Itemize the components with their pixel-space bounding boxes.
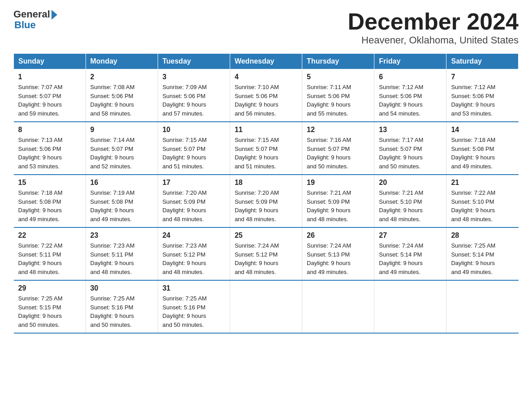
title-block: December 2024 Heavener, Oklahoma, United… xyxy=(348,9,519,46)
day-info: Sunrise: 7:18 AM Sunset: 5:08 PM Dayligh… xyxy=(451,136,514,171)
day-cell: 18 Sunrise: 7:20 AM Sunset: 5:09 PM Dayl… xyxy=(230,175,302,227)
sunrise-label: Sunrise: 7:25 AM xyxy=(163,295,207,302)
day-info: Sunrise: 7:21 AM Sunset: 5:09 PM Dayligh… xyxy=(307,188,369,223)
daylight-label: Daylight: 9 hours xyxy=(18,207,62,214)
daylight-minutes: and 56 minutes. xyxy=(235,110,276,117)
day-number: 2 xyxy=(90,73,153,81)
day-cell: 28 Sunrise: 7:25 AM Sunset: 5:14 PM Dayl… xyxy=(446,227,519,280)
day-number: 26 xyxy=(307,231,369,240)
day-cell: 27 Sunrise: 7:24 AM Sunset: 5:14 PM Dayl… xyxy=(374,227,446,280)
day-info: Sunrise: 7:23 AM Sunset: 5:12 PM Dayligh… xyxy=(163,241,225,276)
daylight-label: Daylight: 9 hours xyxy=(379,101,423,108)
day-info: Sunrise: 7:15 AM Sunset: 5:07 PM Dayligh… xyxy=(235,136,297,171)
sunset-label: Sunset: 5:07 PM xyxy=(235,146,278,152)
day-number: 28 xyxy=(451,231,514,240)
day-info: Sunrise: 7:25 AM Sunset: 5:16 PM Dayligh… xyxy=(90,294,153,329)
day-cell: 14 Sunrise: 7:18 AM Sunset: 5:08 PM Dayl… xyxy=(446,122,519,175)
daylight-minutes: and 48 minutes. xyxy=(451,216,493,223)
page-header: General Blue December 2024 Heavener, Okl… xyxy=(13,9,519,46)
day-number: 19 xyxy=(307,179,369,187)
logo: General Blue xyxy=(13,9,57,30)
day-number: 5 xyxy=(307,73,369,81)
day-info: Sunrise: 7:17 AM Sunset: 5:07 PM Dayligh… xyxy=(379,136,442,171)
daylight-label: Daylight: 9 hours xyxy=(235,101,279,108)
day-info: Sunrise: 7:08 AM Sunset: 5:06 PM Dayligh… xyxy=(90,83,153,118)
day-number: 17 xyxy=(163,179,225,187)
day-number: 14 xyxy=(451,126,514,134)
logo-general: General xyxy=(13,9,50,20)
sunset-label: Sunset: 5:07 PM xyxy=(163,146,206,152)
daylight-minutes: and 49 minutes. xyxy=(307,269,348,275)
daylight-label: Daylight: 9 hours xyxy=(451,207,495,214)
col-header-monday: Monday xyxy=(86,54,158,69)
daylight-label: Daylight: 9 hours xyxy=(307,207,351,214)
day-number: 24 xyxy=(163,231,225,240)
day-info: Sunrise: 7:25 AM Sunset: 5:16 PM Dayligh… xyxy=(163,294,225,329)
col-header-saturday: Saturday xyxy=(446,54,519,69)
sunset-label: Sunset: 5:15 PM xyxy=(18,304,61,311)
sunset-label: Sunset: 5:07 PM xyxy=(90,146,133,152)
daylight-minutes: and 48 minutes. xyxy=(235,269,276,275)
daylight-minutes: and 50 minutes. xyxy=(307,163,348,170)
day-number: 8 xyxy=(18,126,81,134)
daylight-label: Daylight: 9 hours xyxy=(90,313,134,319)
day-info: Sunrise: 7:12 AM Sunset: 5:06 PM Dayligh… xyxy=(451,83,514,118)
day-info: Sunrise: 7:24 AM Sunset: 5:13 PM Dayligh… xyxy=(307,241,369,276)
daylight-minutes: and 48 minutes. xyxy=(163,269,204,275)
sunset-label: Sunset: 5:09 PM xyxy=(307,198,350,205)
day-cell: 3 Sunrise: 7:09 AM Sunset: 5:06 PM Dayli… xyxy=(158,69,230,122)
day-info: Sunrise: 7:11 AM Sunset: 5:06 PM Dayligh… xyxy=(307,83,369,118)
day-number: 29 xyxy=(18,284,81,292)
day-cell: 8 Sunrise: 7:13 AM Sunset: 5:06 PM Dayli… xyxy=(14,122,86,175)
day-cell: 20 Sunrise: 7:21 AM Sunset: 5:10 PM Dayl… xyxy=(374,175,446,227)
day-cell: 6 Sunrise: 7:12 AM Sunset: 5:06 PM Dayli… xyxy=(374,69,446,122)
day-cell: 10 Sunrise: 7:15 AM Sunset: 5:07 PM Dayl… xyxy=(158,122,230,175)
day-cell xyxy=(302,280,374,333)
daylight-label: Daylight: 9 hours xyxy=(18,260,62,266)
col-header-tuesday: Tuesday xyxy=(158,54,230,69)
daylight-minutes: and 48 minutes. xyxy=(379,216,420,223)
sunrise-label: Sunrise: 7:08 AM xyxy=(90,84,135,90)
daylight-minutes: and 52 minutes. xyxy=(90,163,132,170)
day-cell xyxy=(230,280,302,333)
daylight-minutes: and 59 minutes. xyxy=(18,110,60,117)
day-number: 20 xyxy=(379,179,442,187)
daylight-label: Daylight: 9 hours xyxy=(379,260,423,266)
daylight-minutes: and 57 minutes. xyxy=(163,110,204,117)
day-cell: 21 Sunrise: 7:22 AM Sunset: 5:10 PM Dayl… xyxy=(446,175,519,227)
day-cell: 13 Sunrise: 7:17 AM Sunset: 5:07 PM Dayl… xyxy=(374,122,446,175)
sunrise-label: Sunrise: 7:21 AM xyxy=(379,189,423,196)
week-row-2: 8 Sunrise: 7:13 AM Sunset: 5:06 PM Dayli… xyxy=(14,122,519,175)
sunset-label: Sunset: 5:11 PM xyxy=(18,251,61,258)
day-info: Sunrise: 7:18 AM Sunset: 5:08 PM Dayligh… xyxy=(18,188,81,223)
daylight-label: Daylight: 9 hours xyxy=(235,207,279,214)
daylight-minutes: and 49 minutes. xyxy=(379,269,420,275)
day-info: Sunrise: 7:07 AM Sunset: 5:07 PM Dayligh… xyxy=(18,83,81,118)
day-number: 9 xyxy=(90,126,153,134)
header-row: SundayMondayTuesdayWednesdayThursdayFrid… xyxy=(14,54,519,69)
day-number: 27 xyxy=(379,231,442,240)
sunset-label: Sunset: 5:12 PM xyxy=(235,251,278,258)
day-cell: 22 Sunrise: 7:22 AM Sunset: 5:11 PM Dayl… xyxy=(14,227,86,280)
sunrise-label: Sunrise: 7:20 AM xyxy=(163,189,207,196)
col-header-wednesday: Wednesday xyxy=(230,54,302,69)
daylight-label: Daylight: 9 hours xyxy=(379,154,423,161)
daylight-label: Daylight: 9 hours xyxy=(163,260,206,266)
sunset-label: Sunset: 5:16 PM xyxy=(163,304,206,311)
sunrise-label: Sunrise: 7:24 AM xyxy=(307,242,351,249)
day-info: Sunrise: 7:24 AM Sunset: 5:12 PM Dayligh… xyxy=(235,241,297,276)
sunrise-label: Sunrise: 7:21 AM xyxy=(307,189,351,196)
sunrise-label: Sunrise: 7:20 AM xyxy=(235,189,279,196)
day-cell: 5 Sunrise: 7:11 AM Sunset: 5:06 PM Dayli… xyxy=(302,69,374,122)
daylight-minutes: and 53 minutes. xyxy=(451,110,493,117)
sunrise-label: Sunrise: 7:14 AM xyxy=(90,137,135,143)
sunset-label: Sunset: 5:06 PM xyxy=(379,93,422,99)
sunrise-label: Sunrise: 7:23 AM xyxy=(90,242,135,249)
daylight-minutes: and 48 minutes. xyxy=(307,216,348,223)
day-number: 3 xyxy=(163,73,225,81)
day-number: 22 xyxy=(18,231,81,240)
daylight-minutes: and 50 minutes. xyxy=(163,321,204,328)
day-info: Sunrise: 7:22 AM Sunset: 5:11 PM Dayligh… xyxy=(18,241,81,276)
day-cell: 9 Sunrise: 7:14 AM Sunset: 5:07 PM Dayli… xyxy=(86,122,158,175)
sunset-label: Sunset: 5:13 PM xyxy=(307,251,350,258)
